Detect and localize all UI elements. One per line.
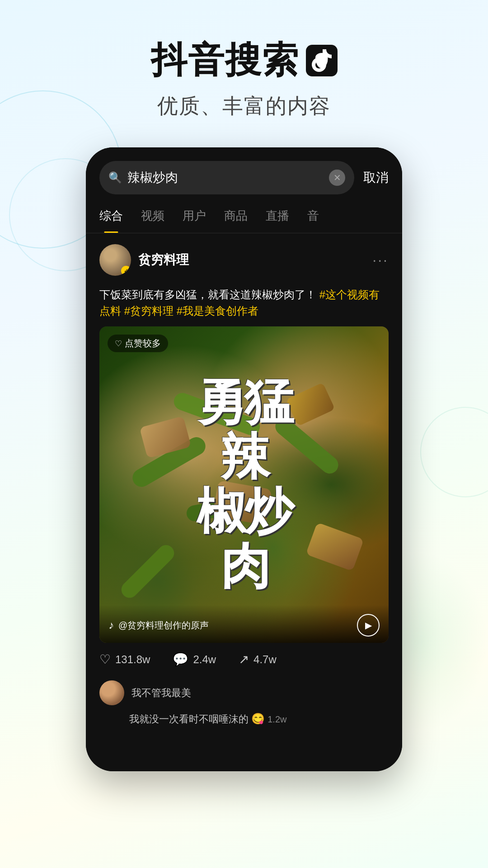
content-area: ✓ 贫穷料理 ··· 下饭菜到底有多凶猛，就看这道辣椒炒肉了！ #这个视频有点料…	[86, 233, 402, 771]
more-options-icon[interactable]: ···	[372, 252, 389, 269]
comment-item-1: 我不管我最美	[86, 676, 402, 710]
comment-text-2: 我就没一次看时不咽唾沫的 😋	[129, 713, 267, 725]
post-user-info[interactable]: ✓ 贫穷料理	[99, 244, 189, 276]
phone-mockup: 🔍 辣椒炒肉 ✕ 取消 综合 视频 用户 商品	[86, 147, 402, 771]
app-title-text: 抖音搜索	[151, 36, 299, 85]
audio-text: @贫穷料理创作的原声	[118, 619, 209, 632]
tab-music[interactable]: 音	[307, 199, 319, 233]
clear-search-button[interactable]: ✕	[329, 170, 345, 186]
cancel-button[interactable]: 取消	[363, 169, 389, 186]
badge-text: 点赞较多	[125, 337, 161, 349]
play-button[interactable]: ▶	[357, 614, 380, 637]
phone-container: 🔍 辣椒炒肉 ✕ 取消 综合 视频 用户 商品	[0, 147, 488, 771]
comments-stat[interactable]: 💬 2.4w	[173, 652, 216, 667]
tab-product[interactable]: 商品	[224, 199, 248, 233]
post-description: 下饭菜到底有多凶猛，就看这道辣椒炒肉了！ #这个视频有点料 #贫穷料理 #我是美…	[86, 287, 402, 326]
likes-count: 131.8w	[115, 653, 150, 666]
search-input-wrapper[interactable]: 🔍 辣椒炒肉 ✕	[99, 161, 354, 194]
tab-user[interactable]: 用户	[183, 199, 206, 233]
comments-count: 2.4w	[193, 653, 216, 666]
comment-item-2: 我就没一次看时不咽唾沫的 😋 1.2w	[86, 710, 402, 729]
comment-text-1: 我不管我最美	[131, 686, 191, 700]
tab-comprehensive[interactable]: 综合	[99, 199, 123, 233]
tiktok-logo-icon	[306, 45, 338, 76]
comment-likes-2: 1.2w	[267, 714, 286, 724]
search-bar-container: 🔍 辣椒炒肉 ✕ 取消	[86, 147, 402, 199]
likes-stat[interactable]: ♡ 131.8w	[99, 652, 150, 667]
like-icon: ♡	[99, 652, 111, 667]
post-desc-text: 下饭菜到底有多凶猛，就看这道辣椒炒肉了！	[99, 288, 316, 301]
verified-badge-icon: ✓	[121, 266, 131, 276]
video-container[interactable]: ♡ 点赞较多 勇猛辣椒炒肉 ♪ @贫穷料理创作的原声 ▶	[99, 326, 389, 643]
tabs-container: 综合 视频 用户 商品 直播 音	[86, 199, 402, 233]
audio-info: ♪ @贫穷料理创作的原声	[108, 619, 209, 632]
stats-bar: ♡ 131.8w 💬 2.4w ↗ 4.7w	[86, 643, 402, 676]
search-icon: 🔍	[108, 171, 122, 184]
tab-video[interactable]: 视频	[141, 199, 164, 233]
comment-icon: 💬	[173, 652, 188, 667]
app-subtitle: 优质、丰富的内容	[0, 92, 488, 120]
commenter-avatar-1	[99, 680, 124, 705]
phone-screen: 🔍 辣椒炒肉 ✕ 取消 综合 视频 用户 商品	[86, 147, 402, 771]
calligraphy-text: 勇猛辣椒炒肉	[197, 375, 291, 594]
avatar: ✓	[99, 244, 131, 276]
share-icon: ↗	[239, 652, 249, 667]
header-section: 抖音搜索 优质、丰富的内容	[0, 0, 488, 138]
tiktok-note-icon: ♪	[108, 619, 114, 632]
comment-emoji: 😋	[251, 712, 265, 725]
search-query-text: 辣椒炒肉	[127, 169, 324, 186]
video-calligraphy-overlay: 勇猛辣椒炒肉	[197, 375, 291, 594]
video-audio-bar: ♪ @贫穷料理创作的原声 ▶	[99, 605, 389, 643]
tab-live[interactable]: 直播	[266, 199, 289, 233]
shares-stat[interactable]: ↗ 4.7w	[239, 652, 277, 667]
shares-count: 4.7w	[253, 653, 277, 666]
username-label: 贫穷料理	[138, 251, 189, 269]
video-badge: ♡ 点赞较多	[108, 335, 168, 352]
post-header: ✓ 贫穷料理 ···	[86, 233, 402, 287]
heart-icon: ♡	[115, 339, 122, 349]
main-title: 抖音搜索	[0, 36, 488, 85]
